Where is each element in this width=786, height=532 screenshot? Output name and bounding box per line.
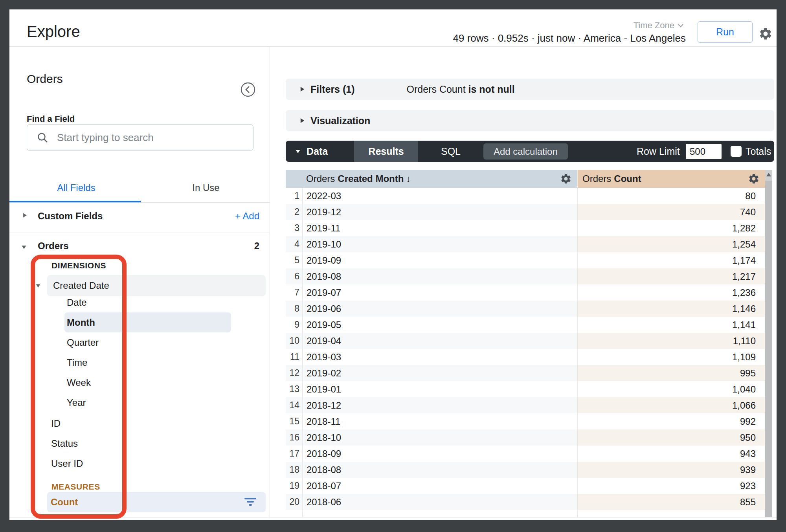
cell-created-month[interactable]: 2019-05 — [302, 317, 577, 333]
sidebar-field-count[interactable]: Count — [47, 492, 266, 512]
created-date-expander-icon[interactable] — [36, 284, 40, 287]
row-number[interactable]: 20 — [286, 494, 302, 510]
cell-created-month[interactable]: 2022-03 — [302, 188, 577, 204]
cell-orders-count[interactable]: 939 — [577, 462, 765, 478]
cell-created-month[interactable]: 2019-11 — [302, 220, 577, 236]
sidebar-field-month[interactable]: Month — [64, 312, 231, 332]
custom-fields-expander-icon[interactable] — [23, 213, 27, 217]
row-number[interactable]: 2 — [286, 204, 302, 220]
cell-orders-count[interactable]: 923 — [577, 478, 765, 494]
sidebar-field-date[interactable]: Date — [64, 292, 231, 312]
column-header-created-month[interactable]: OrdersCreated Month↓ — [302, 170, 577, 188]
tab-in-use[interactable]: In Use — [174, 182, 237, 193]
search-input[interactable] — [57, 132, 222, 144]
table-scrollbar[interactable] — [765, 170, 772, 517]
cell-orders-count[interactable]: 943 — [577, 446, 765, 462]
sidebar-field-id[interactable]: ID — [51, 413, 208, 433]
cell-created-month[interactable]: 2018-07 — [302, 478, 577, 494]
cell-created-month[interactable]: 2018-12 — [302, 397, 577, 413]
cell-orders-count[interactable]: 992 — [577, 413, 765, 429]
cell-orders-count[interactable]: 1,066 — [577, 397, 765, 413]
filters-section[interactable]: Filters (1) Orders Count is not null — [286, 79, 774, 100]
row-number[interactable]: 9 — [286, 317, 302, 333]
cell-orders-count[interactable]: 1,146 — [577, 301, 765, 317]
column-header-orders-count[interactable]: OrdersCount — [577, 170, 765, 188]
row-number[interactable]: 4 — [286, 236, 302, 252]
orders-group-expander-icon[interactable] — [22, 246, 26, 249]
sidebar-field-time[interactable]: Time — [64, 352, 231, 372]
run-button[interactable]: Run — [698, 21, 753, 43]
row-number[interactable]: 13 — [286, 381, 302, 397]
cell-created-month[interactable]: 2019-04 — [302, 333, 577, 349]
row-number[interactable]: 18 — [286, 462, 302, 478]
cell-created-month[interactable]: 2018-06 — [302, 494, 577, 510]
tab-all-fields[interactable]: All Fields — [45, 182, 108, 193]
visualization-section[interactable]: Visualization — [286, 110, 774, 131]
row-number[interactable]: 15 — [286, 413, 302, 429]
cell-created-month[interactable]: 2019-08 — [302, 268, 577, 284]
cell-created-month[interactable]: 2019-07 — [302, 284, 577, 301]
row-number[interactable]: 8 — [286, 301, 302, 317]
cell-orders-count[interactable]: 1,109 — [577, 349, 765, 365]
cell-created-month[interactable]: 2019-03 — [302, 349, 577, 365]
filter-icon[interactable] — [244, 498, 257, 506]
add-custom-field-button[interactable]: + Add — [230, 211, 259, 222]
settings-gear-icon[interactable] — [758, 27, 773, 41]
cell-orders-count[interactable]: 1,254 — [577, 236, 765, 252]
cell-orders-count[interactable]: 855 — [577, 494, 765, 510]
totals-checkbox[interactable] — [731, 146, 742, 157]
visualization-expander-icon[interactable] — [301, 118, 304, 123]
sidebar-field-year[interactable]: Year — [64, 393, 231, 413]
row-number[interactable]: 1 — [286, 188, 302, 204]
cell-created-month[interactable]: 2018-10 — [302, 429, 577, 446]
row-number[interactable]: 12 — [286, 365, 302, 381]
column-gear-icon[interactable] — [560, 173, 572, 185]
cell-created-month[interactable]: 2019-09 — [302, 252, 577, 268]
sidebar-field-user-id[interactable]: User ID — [51, 453, 208, 473]
data-dropdown-icon[interactable] — [296, 150, 300, 153]
column-gear-icon[interactable] — [748, 173, 760, 185]
row-number[interactable]: 17 — [286, 446, 302, 462]
cell-orders-count[interactable]: 1,141 — [577, 317, 765, 333]
custom-fields-label[interactable]: Custom Fields — [38, 211, 103, 222]
row-number[interactable]: 16 — [286, 429, 302, 446]
time-zone-control[interactable]: Time Zone — [634, 20, 684, 31]
row-number[interactable]: 5 — [286, 252, 302, 268]
row-number[interactable]: 7 — [286, 284, 302, 301]
cell-created-month[interactable]: 2019-02 — [302, 365, 577, 381]
cell-created-month[interactable]: 2019-06 — [302, 301, 577, 317]
cell-orders-count[interactable]: 1,217 — [577, 268, 765, 284]
row-limit-input[interactable] — [686, 144, 722, 159]
cell-orders-count[interactable]: 1,110 — [577, 333, 765, 349]
cell-orders-count[interactable]: 995 — [577, 365, 765, 381]
cell-orders-count[interactable]: 740 — [577, 204, 765, 220]
tab-sql[interactable]: SQL — [418, 141, 483, 162]
cell-orders-count[interactable]: 950 — [577, 429, 765, 446]
collapse-sidebar-icon[interactable] — [240, 82, 256, 97]
cell-orders-count[interactable]: 1,282 — [577, 220, 765, 236]
cell-created-month[interactable]: 2019-12 — [302, 204, 577, 220]
cell-orders-count[interactable]: 1,174 — [577, 252, 765, 268]
filters-expander-icon[interactable] — [301, 87, 304, 92]
cell-created-month[interactable]: 2019-01 — [302, 381, 577, 397]
sidebar-field-week[interactable]: Week — [64, 372, 231, 393]
row-number[interactable]: 11 — [286, 349, 302, 365]
cell-created-month[interactable]: 2018-11 — [302, 413, 577, 429]
cell-created-month[interactable]: 2018-09 — [302, 446, 577, 462]
cell-created-month[interactable]: 2019-10 — [302, 236, 577, 252]
field-search-box[interactable] — [27, 124, 253, 151]
row-number[interactable]: 3 — [286, 220, 302, 236]
cell-orders-count[interactable]: 1,040 — [577, 381, 765, 397]
sidebar-field-quarter[interactable]: Quarter — [64, 332, 231, 352]
sidebar-field-status[interactable]: Status — [51, 433, 208, 453]
row-number[interactable]: 10 — [286, 333, 302, 349]
cell-orders-count[interactable]: 1,236 — [577, 284, 765, 301]
scrollbar-thumb[interactable] — [765, 181, 772, 517]
row-number[interactable]: 19 — [286, 478, 302, 494]
row-number[interactable]: 6 — [286, 268, 302, 284]
data-section-label[interactable]: Data — [307, 146, 328, 157]
cell-created-month[interactable]: 2018-08 — [302, 462, 577, 478]
scroll-up-icon[interactable] — [766, 173, 771, 176]
orders-group-label[interactable]: Orders — [38, 240, 69, 251]
add-calculation-button[interactable]: Add calculation — [483, 143, 568, 160]
